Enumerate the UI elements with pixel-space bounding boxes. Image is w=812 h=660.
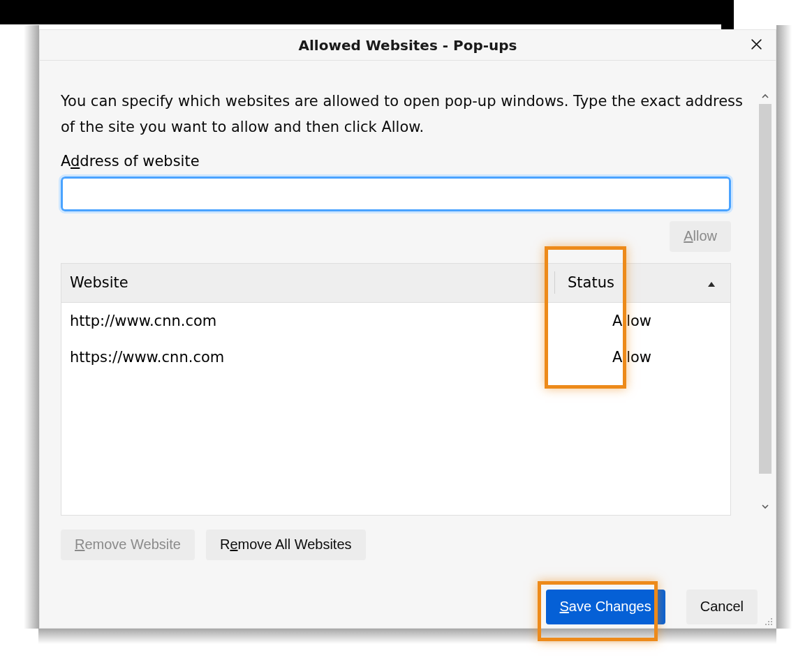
- cell-website: http://www.cnn.com: [61, 313, 554, 329]
- chevron-down-icon: [761, 500, 769, 513]
- table-row[interactable]: http://www.cnn.com Allow: [61, 303, 730, 339]
- close-icon: [751, 38, 762, 53]
- allow-btn-accel: A: [684, 228, 693, 244]
- cancel-btn-label: Cancel: [700, 599, 744, 615]
- address-label-accel: d: [71, 153, 80, 170]
- decorative-top-border: [0, 0, 733, 24]
- allow-button[interactable]: Allow: [670, 221, 731, 252]
- svg-point-4: [768, 624, 769, 625]
- remove-btn-accel: R: [75, 537, 84, 553]
- scroll-down-button[interactable]: [758, 499, 773, 514]
- remove-all-btn-accel: e: [230, 537, 237, 553]
- cell-status: Allow: [554, 349, 730, 366]
- address-label-post: dress of website: [80, 153, 199, 170]
- table-row[interactable]: https://www.cnn.com Allow: [61, 339, 730, 375]
- column-header-status[interactable]: Status: [555, 264, 730, 302]
- shadow-left: [24, 25, 39, 629]
- remove-all-websites-button[interactable]: Remove All Websites: [206, 530, 366, 560]
- scroll-track[interactable]: [758, 104, 773, 499]
- chevron-up-icon: [761, 90, 769, 103]
- dialog-title: Allowed Websites - Pop-ups: [299, 37, 517, 54]
- save-changes-button[interactable]: Save Changes: [546, 590, 665, 624]
- cell-status: Allow: [554, 313, 730, 329]
- column-header-website[interactable]: Website: [61, 264, 554, 302]
- column-header-website-label: Website: [70, 274, 128, 291]
- save-highlight-wrap: Save Changes: [538, 581, 674, 633]
- scroll-up-button[interactable]: [758, 89, 773, 104]
- remove-all-btn-pre: R: [220, 537, 230, 553]
- column-header-status-label: Status: [568, 274, 614, 291]
- svg-point-2: [771, 621, 772, 622]
- address-input[interactable]: [61, 177, 731, 211]
- close-button[interactable]: [737, 30, 776, 61]
- shadow-right: [776, 25, 792, 629]
- svg-point-3: [765, 624, 767, 625]
- cell-website: https://www.cnn.com: [61, 349, 554, 366]
- decorative-corner: [721, 0, 734, 33]
- dialog-description: You can specify which websites are allow…: [61, 89, 749, 140]
- popup-exceptions-dialog: Allowed Websites - Pop-ups You can speci…: [39, 29, 776, 629]
- sort-ascending-icon: [707, 274, 716, 291]
- svg-point-0: [771, 618, 772, 620]
- svg-point-1: [768, 621, 769, 622]
- remove-btn-post: emove Website: [84, 537, 180, 553]
- address-label: Address of website: [61, 153, 749, 170]
- allowed-sites-table: Website Status http://www.cnn.com Allow: [61, 263, 731, 516]
- save-btn-accel: S: [560, 599, 569, 615]
- cancel-button[interactable]: Cancel: [686, 590, 758, 624]
- remove-website-button[interactable]: Remove Website: [61, 530, 195, 560]
- svg-point-5: [771, 624, 772, 625]
- save-btn-post: ave Changes: [569, 599, 651, 615]
- remove-all-btn-post: move All Websites: [238, 537, 352, 553]
- resize-grip-icon[interactable]: [763, 615, 773, 625]
- dialog-titlebar: Allowed Websites - Pop-ups: [40, 30, 776, 61]
- allow-btn-post: llow: [693, 228, 717, 244]
- vertical-scrollbar[interactable]: [758, 89, 773, 514]
- address-label-pre: A: [61, 153, 71, 170]
- scroll-thumb[interactable]: [759, 104, 772, 474]
- table-header: Website Status: [61, 264, 730, 303]
